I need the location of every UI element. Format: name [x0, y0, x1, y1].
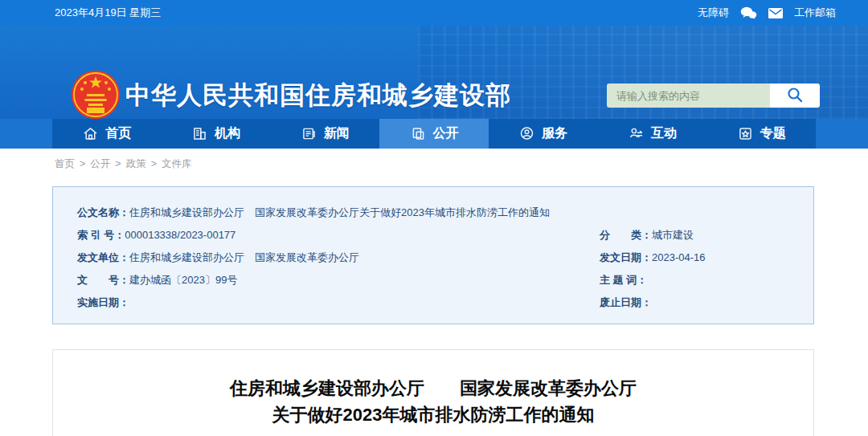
wechat-icon[interactable]: [740, 6, 757, 19]
field-label: 废止日期：: [600, 291, 652, 314]
site-title-block: 中华人民共和国住房和城乡建设部 Ministry of Housing and …: [125, 79, 511, 119]
national-emblem: [71, 70, 121, 119]
search-bar: [607, 84, 820, 108]
field-label: 实施日期：: [77, 291, 129, 314]
nav-label: 新闻: [324, 125, 350, 142]
organization-icon: [191, 125, 208, 142]
nav-item-organization[interactable]: 机构: [162, 119, 271, 149]
field-value: 建办城函〔2023〕99号: [129, 269, 237, 291]
top-bar: 2023年4月19日 星期三 无障碍 工作邮箱: [0, 0, 868, 26]
search-input[interactable]: [607, 84, 770, 108]
field-value: 住房和城乡建设部办公厅 国家发展改革委办公厅: [129, 247, 359, 269]
breadcrumb-separator: >: [115, 158, 121, 169]
current-date: 2023年4月19日 星期三: [55, 0, 161, 26]
work-mailbox-link[interactable]: 工作邮箱: [794, 6, 836, 20]
article-content-box: 住房和城乡建设部办公厅 国家发展改革委办公厅 关于做好2023年城市排水防涝工作…: [52, 349, 814, 436]
top-bar-links: 无障碍 工作邮箱: [698, 0, 836, 26]
field-subject-words: 主 题 词：: [600, 269, 647, 291]
accessibility-link[interactable]: 无障碍: [698, 6, 729, 20]
topics-icon: [737, 125, 754, 142]
breadcrumb-file-library[interactable]: 文件库: [162, 158, 192, 169]
meta-row-3: 发文单位：住房和城乡建设部办公厅 国家发展改革委办公厅 发文日期：2023-04…: [77, 247, 813, 269]
field-issue-date: 发文日期：2023-04-16: [600, 247, 706, 269]
field-label: 分 类：: [600, 224, 652, 247]
nav-label: 首页: [105, 125, 131, 142]
disclosure-icon: [410, 125, 427, 142]
services-icon: [518, 125, 535, 142]
field-label: 主 题 词：: [600, 269, 647, 291]
breadcrumb-disclosure[interactable]: 公开: [90, 158, 110, 169]
field-label: 发文单位：: [77, 247, 129, 269]
site-header: www.mohurd.gov.cn 中华人民共和国住房和城乡建设部 Minist…: [0, 26, 868, 119]
breadcrumb: 首页>公开>政策>文件库: [55, 157, 191, 171]
field-label: 公文名称：: [77, 202, 129, 224]
meta-row-4: 文 号：建办城函〔2023〕99号 主 题 词：: [77, 269, 813, 291]
article-title-line2: 关于做好2023年城市排水防涝工作的通知: [53, 401, 813, 428]
breadcrumb-separator: >: [80, 158, 85, 169]
field-doc-no: 文 号：建办城函〔2023〕99号: [77, 269, 600, 291]
nav-item-news[interactable]: 新闻: [270, 119, 379, 149]
field-doc-name: 公文名称：住房和城乡建设部办公厅 国家发展改革委办公厅关于做好2023年城市排水…: [77, 202, 550, 224]
field-issuing-unit: 发文单位：住房和城乡建设部办公厅 国家发展改革委办公厅: [77, 247, 600, 269]
nav-container: 首页 机构 新闻: [52, 119, 816, 149]
nav-item-interaction[interactable]: 互动: [598, 119, 707, 149]
nav-item-topics[interactable]: 专题: [706, 119, 816, 149]
field-index-no: 索 引 号：000013338/2023-00177: [77, 224, 600, 247]
nav-label: 公开: [433, 125, 459, 142]
breadcrumb-separator: >: [151, 158, 157, 169]
document-metadata-box: 公文名称：住房和城乡建设部办公厅 国家发展改革委办公厅关于做好2023年城市排水…: [52, 186, 814, 324]
home-icon: [82, 125, 99, 142]
interaction-icon: [628, 125, 645, 142]
site-name: 中华人民共和国住房和城乡建设部: [125, 79, 511, 112]
breadcrumb-policy[interactable]: 政策: [126, 158, 146, 169]
field-value: 2023-04-16: [652, 247, 706, 269]
main-navigation: 首页 机构 新闻: [0, 119, 868, 149]
nav-label: 互动: [651, 125, 677, 142]
nav-item-home[interactable]: 首页: [52, 119, 162, 149]
nav-label: 机构: [215, 125, 240, 142]
nav-item-disclosure[interactable]: 公开: [379, 119, 489, 149]
field-repeal-date: 废止日期：: [600, 291, 652, 314]
search-button[interactable]: [770, 84, 820, 108]
nav-item-services[interactable]: 服务: [489, 119, 598, 149]
field-value: 000013338/2023-00177: [125, 224, 235, 247]
article-title-line1: 住房和城乡建设部办公厅 国家发展改革委办公厅: [53, 375, 813, 401]
field-label: 索 引 号：: [77, 224, 125, 247]
nav-label: 专题: [760, 125, 786, 142]
breadcrumb-home[interactable]: 首页: [55, 158, 75, 169]
field-value: 住房和城乡建设部办公厅 国家发展改革委办公厅关于做好2023年城市排水防涝工作的…: [129, 202, 550, 224]
mail-icon[interactable]: [768, 8, 783, 18]
field-label: 发文日期：: [600, 247, 652, 269]
field-value: 城市建设: [652, 224, 694, 247]
field-label: 文 号：: [77, 269, 129, 291]
meta-row-5: 实施日期： 废止日期：: [77, 291, 813, 314]
meta-row-2: 索 引 号：000013338/2023-00177 分 类：城市建设: [77, 224, 813, 247]
nav-label: 服务: [542, 125, 567, 142]
meta-row-doc-name: 公文名称：住房和城乡建设部办公厅 国家发展改革委办公厅关于做好2023年城市排水…: [77, 202, 813, 224]
field-category: 分 类：城市建设: [600, 224, 694, 247]
search-icon: [786, 86, 804, 106]
mohurd-website-page: 2023年4月19日 星期三 无障碍 工作邮箱: [0, 0, 868, 436]
field-impl-date: 实施日期：: [77, 291, 600, 314]
news-icon: [301, 125, 317, 142]
